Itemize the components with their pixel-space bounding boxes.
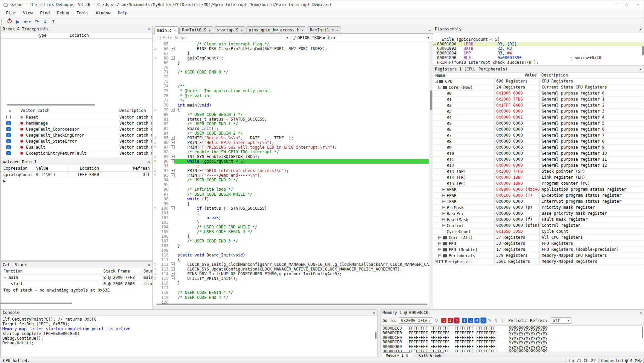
editor-tab-pins-gpio-hw-access-h[interactable]: pins_gpio_hw_access.h✕ bbox=[246, 26, 307, 33]
toolbar-grip[interactable] bbox=[1, 19, 3, 25]
tab-close-icon[interactable]: ✕ bbox=[241, 28, 243, 32]
close-icon[interactable]: ✕ bbox=[147, 160, 151, 164]
register-row[interactable]: R60x0000 0000General purpose register 6 bbox=[433, 127, 644, 133]
register-row[interactable]: R40x0000 0001General purpose register 4 bbox=[433, 115, 644, 121]
close-icon[interactable]: ✕ bbox=[371, 311, 376, 315]
menu-debug[interactable]: Debug bbox=[53, 10, 73, 16]
register-row[interactable]: R80x0000 0000General purpose register 8 bbox=[433, 139, 644, 145]
register-row[interactable]: +EPSR0x0100 0000 (T)Exception program st… bbox=[433, 193, 644, 199]
line-number[interactable]: 82 bbox=[157, 122, 169, 126]
line-number[interactable]: 98 bbox=[157, 197, 169, 201]
breakpoint-slot-icon[interactable] bbox=[154, 57, 156, 59]
line-number[interactable]: 102 bbox=[157, 215, 169, 220]
memory-row[interactable]: 0000DCE0FFFFFFFF FFFFFFFF FFFFFFFF FFFFF… bbox=[381, 336, 640, 340]
memory-row[interactable]: 0000DCD0FFFFFFFF FFFFFFFF FFFFFFFF FFFFF… bbox=[381, 331, 640, 336]
disassembly-vscrollbar[interactable] bbox=[642, 46, 644, 55]
memory-column-0-button[interactable]: 0 bbox=[481, 318, 486, 323]
break-hscrollbar[interactable] bbox=[7, 104, 95, 106]
breakpoint-slot-icon[interactable] bbox=[154, 207, 156, 209]
register-row[interactable]: R30x0000 0000General purpose register 3 bbox=[433, 109, 644, 115]
line-number[interactable]: 66 bbox=[157, 46, 169, 51]
editor-tab-main-c[interactable]: main.c✕ bbox=[154, 26, 179, 34]
line-number[interactable]: 65 bbox=[157, 42, 169, 46]
line-number[interactable]: 93 bbox=[157, 173, 169, 178]
line-number[interactable]: 113 bbox=[157, 267, 169, 271]
register-row[interactable]: +Peripherals579 RegistersMemory-Mapped C… bbox=[433, 253, 644, 259]
vector-catch-row[interactable]: ResetVector catch o bbox=[1, 114, 152, 120]
register-row[interactable]: R120x0000 0000General purpose register 1… bbox=[433, 163, 644, 169]
line-number[interactable]: 114 bbox=[157, 271, 169, 276]
disassembly-line[interactable]: ⇒00001890 LDRB R3, [R2] bbox=[433, 42, 644, 47]
line-number[interactable]: 103 bbox=[157, 220, 169, 225]
menu-help[interactable]: Help bbox=[114, 10, 131, 16]
minimize-button[interactable]: – bbox=[610, 1, 621, 9]
breakpoint-slot-icon[interactable] bbox=[154, 273, 156, 275]
breakpoint-slot-icon[interactable] bbox=[154, 48, 156, 50]
watched-input-row[interactable]: ▶ bbox=[1, 178, 152, 184]
tab-close-icon[interactable]: ✕ bbox=[174, 28, 176, 32]
line-number[interactable]: 77 bbox=[157, 98, 169, 103]
breakpoint-box[interactable]: + bbox=[171, 262, 175, 266]
line-number[interactable]: 92 bbox=[157, 168, 169, 173]
function-scope-combo[interactable]: ƒ GPIOB_IRQHandler ▼ bbox=[292, 35, 431, 41]
line-number[interactable]: 74 bbox=[157, 84, 169, 88]
disassembly-line[interactable]: 00001894 CMP R3, #4 bbox=[433, 51, 644, 56]
memory-row[interactable]: 0000DD10FFFFFFFF FFFFFFFF FFFFFFFF FFFFF… bbox=[381, 349, 640, 352]
line-number[interactable]: 85 bbox=[157, 136, 169, 140]
breakpoint-box[interactable]: + bbox=[171, 108, 175, 112]
line-number[interactable]: 106 bbox=[157, 234, 169, 239]
line-number[interactable]: 78 bbox=[157, 103, 169, 108]
vector-catch-row[interactable]: ✓ExceptionEntryReturnFaultVector catch o bbox=[1, 150, 152, 156]
register-row[interactable]: R00x1000 0000General purpose register 0 bbox=[433, 90, 644, 97]
line-number[interactable]: 80 bbox=[157, 112, 169, 117]
disassembly-line[interactable]: 00001896 BLS 0x00001890 ; <main>+0x40 bbox=[433, 56, 644, 60]
edit-memory-icon[interactable]: ✎ bbox=[487, 318, 492, 323]
line-number[interactable]: 117 bbox=[157, 286, 169, 290]
register-row[interactable]: R100x0000 0000General purpose register 1… bbox=[433, 151, 644, 157]
register-row[interactable]: R13 (SP)0x2000 7FF8Stack pointer (SP) bbox=[433, 169, 644, 175]
breakpoint-slot-icon[interactable] bbox=[154, 156, 156, 158]
vector-checkbox[interactable] bbox=[6, 115, 11, 119]
line-number[interactable]: 119 bbox=[157, 295, 169, 300]
line-number[interactable]: 108 bbox=[157, 243, 169, 248]
tree-expand-icon[interactable]: + bbox=[442, 212, 445, 215]
line-number[interactable]: 87 bbox=[157, 145, 169, 150]
breakpoint-box[interactable]: + bbox=[171, 169, 175, 172]
dropdown-icon[interactable]: ▼ bbox=[28, 20, 31, 23]
breakpoint-slot-icon[interactable] bbox=[154, 278, 156, 280]
memory-column-4-button[interactable]: 4 bbox=[474, 318, 479, 323]
menu-window[interactable]: Window bbox=[92, 10, 114, 16]
line-number[interactable]: 89 bbox=[157, 154, 169, 159]
line-number[interactable]: 71 bbox=[157, 70, 169, 74]
line-number[interactable]: 72 bbox=[157, 74, 169, 79]
line-number[interactable]: 99 bbox=[157, 201, 169, 206]
line-number[interactable]: 94 bbox=[157, 178, 169, 182]
line-number[interactable]: 96 bbox=[157, 187, 169, 192]
step-over-button[interactable]: ↷ bbox=[33, 18, 41, 25]
line-number[interactable]: 83 bbox=[157, 126, 169, 131]
line-number[interactable]: 84 bbox=[157, 131, 169, 136]
editor-hscrollbar[interactable] bbox=[156, 304, 427, 305]
collapse-icon[interactable]: ∧ bbox=[9, 108, 11, 113]
reset-button[interactable]: ⇤ ▼ bbox=[22, 18, 33, 25]
breakpoint-slot-icon[interactable] bbox=[154, 174, 156, 176]
editor-tab-raminit1-c[interactable]: RamInit1.c✕ bbox=[307, 26, 341, 33]
line-number[interactable]: 81 bbox=[157, 117, 169, 122]
vector-catch-row[interactable]: ✓BusFaultVector catch o bbox=[1, 144, 152, 150]
register-row[interactable]: R90x0000 0000General purpose register 9 bbox=[433, 145, 644, 151]
register-row[interactable]: R10x2000 7FD8General purpose register 1 bbox=[433, 97, 644, 103]
line-number[interactable]: 69 bbox=[157, 60, 169, 65]
breakpoint-slot-icon[interactable] bbox=[154, 263, 156, 265]
breakpoint-box[interactable]: + bbox=[171, 141, 175, 144]
register-row[interactable]: +BasePri0x0000 0000Base priority mask re… bbox=[433, 211, 644, 217]
line-number[interactable]: 70 bbox=[157, 65, 169, 70]
line-number[interactable]: 110 bbox=[157, 253, 169, 257]
line-number[interactable]: 88 bbox=[157, 150, 169, 154]
step-into-button[interactable]: ↧ bbox=[41, 18, 49, 25]
memory-row[interactable]: 0000DD00FFFFFFFF FFFFFFFF FFFFFFFF FFFFF… bbox=[381, 345, 640, 349]
maximize-button[interactable]: ▢ bbox=[621, 1, 632, 9]
vector-catch-row[interactable]: ✓UsageFault_StateErrorVector catch o bbox=[1, 138, 152, 144]
close-icon[interactable]: ✕ bbox=[638, 27, 643, 31]
goto-address-combo[interactable]: 0x2000 3FC0 ∨ bbox=[399, 317, 432, 324]
breakpoint-box[interactable]: + bbox=[171, 267, 175, 271]
